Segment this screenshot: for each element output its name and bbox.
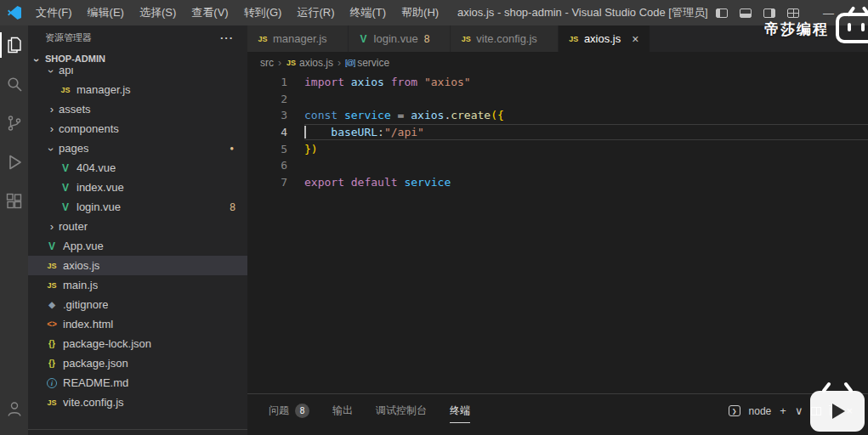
activity-extensions[interactable] <box>0 182 28 221</box>
menu-item[interactable]: 帮助(H) <box>394 0 446 25</box>
code-line-7[interactable]: 7export default service <box>247 174 868 191</box>
layout-panel-icon[interactable] <box>740 8 752 18</box>
tree-file-App.vue[interactable]: VApp.vue <box>28 236 247 256</box>
tree-file-login.vue[interactable]: Vlogin.vue8 <box>28 197 247 217</box>
tree-file-package.json[interactable]: {}package.json <box>28 353 247 373</box>
tree-item-label: README.md <box>63 376 128 389</box>
tree-file-README.md[interactable]: iREADME.md <box>28 373 247 393</box>
tree-folder-pages[interactable]: ›pages● <box>28 138 247 158</box>
tree-folder-api[interactable]: ›api <box>28 68 247 80</box>
activity-run-debug[interactable] <box>0 143 28 182</box>
menu-item[interactable]: 查看(V) <box>184 0 235 25</box>
minimize-icon[interactable]: — <box>823 7 834 20</box>
line-number[interactable]: 2 <box>247 93 287 105</box>
code-text <box>304 91 868 108</box>
breadcrumb-item-src[interactable]: src <box>260 57 274 69</box>
panel-tab-调试控制台[interactable]: 调试控制台 <box>376 404 427 423</box>
customize-layout-icon[interactable] <box>787 8 799 18</box>
code-line-1[interactable]: 1import axios from "axios" <box>247 74 868 91</box>
shell-label[interactable]: node <box>749 405 772 417</box>
tab-axios.js[interactable]: JSaxios.js× <box>559 25 650 52</box>
symbol-variable-icon: [@] <box>345 59 355 67</box>
activity-account[interactable] <box>0 389 28 428</box>
logo-eye <box>848 23 851 31</box>
code-line-3[interactable]: 3const service = axios.create({ <box>247 107 868 124</box>
bilibili-play-watermark[interactable] <box>810 391 865 432</box>
gitignore-file-icon: ◆ <box>45 300 59 309</box>
close-icon[interactable]: × <box>629 32 641 46</box>
code-token: baseURL <box>331 126 377 138</box>
tree-file-.gitignore[interactable]: ◆.gitignore <box>28 295 247 314</box>
tree-file-index.html[interactable]: <>index.html <box>28 314 247 334</box>
tree-file-main.js[interactable]: JSmain.js <box>28 275 247 295</box>
tree-file-vite.config.js[interactable]: JSvite.config.js <box>28 393 247 412</box>
code-editor[interactable]: 1import axios from "axios"23const servic… <box>247 73 868 393</box>
tab-manager.js[interactable]: JSmanager.js <box>247 25 348 52</box>
tree-item-label: main.js <box>63 279 98 291</box>
panel-tab-label: 输出 <box>332 404 353 418</box>
tab-login.vue[interactable]: Vlogin.vue8 <box>349 25 451 52</box>
tree-file-package-lock.json[interactable]: {}package-lock.json <box>28 334 247 353</box>
tree-file-404.vue[interactable]: V404.vue <box>28 158 247 178</box>
play-icon <box>832 404 845 419</box>
layout-right-icon[interactable] <box>763 8 775 18</box>
menu-item[interactable]: 选择(S) <box>132 0 184 25</box>
tree-folder-components[interactable]: ›components <box>28 119 247 138</box>
search-icon <box>5 75 24 93</box>
tree-file-index.vue[interactable]: Vindex.vue <box>28 178 247 197</box>
activity-explorer[interactable] <box>0 25 28 65</box>
new-terminal-icon[interactable]: + <box>780 404 786 417</box>
tree-item-label: index.html <box>63 318 113 330</box>
vue-file-icon: V <box>59 162 72 174</box>
layout-sidebar-icon[interactable] <box>716 8 728 18</box>
info-file-icon: i <box>45 378 59 388</box>
panel-tab-终端[interactable]: 终端 <box>450 404 470 423</box>
tree-folder-router[interactable]: ›router <box>28 217 247 236</box>
more-actions-icon[interactable]: ··· <box>220 31 234 44</box>
titlebar: 文件(F)编辑(E)选择(S)查看(V)转到(G)运行(R)终端(T)帮助(H)… <box>0 0 868 25</box>
tree-item-label: axios.js <box>63 259 99 272</box>
tree-file-manager.js[interactable]: JSmanager.js <box>28 80 247 99</box>
menu-item[interactable]: 文件(F) <box>28 0 80 25</box>
code-text: baseURL:"/api" <box>304 124 868 141</box>
tree-item-label: .gitignore <box>63 298 108 311</box>
tree-folder-assets[interactable]: ›assets <box>28 99 247 119</box>
menu-item[interactable]: 运行(R) <box>289 0 342 25</box>
panel-tab-问题[interactable]: 问题8 <box>269 404 309 423</box>
line-number[interactable]: 7 <box>247 176 287 189</box>
html-file-icon: <> <box>45 319 59 329</box>
code-line-4[interactable]: 4 baseURL:"/api" <box>247 124 868 141</box>
js-file-icon: JS <box>256 35 269 43</box>
tree-file-axios.js[interactable]: JSaxios.js <box>28 256 247 275</box>
line-number[interactable]: 4 <box>247 126 287 138</box>
tab-vite.config.js[interactable]: JSvite.config.js <box>451 25 558 52</box>
panel-tab-输出[interactable]: 输出 <box>332 404 353 423</box>
line-number[interactable]: 5 <box>247 143 287 155</box>
bilibili-logo-icon <box>836 13 868 43</box>
line-number[interactable]: 3 <box>247 109 287 121</box>
explorer-sidebar: 资源管理器 ··· › SHOP-ADMIN ›apiJSmanager.js›… <box>28 25 247 435</box>
chevron-down-icon[interactable]: ∨ <box>795 404 803 417</box>
breadcrumb-item-axios.js[interactable]: JSaxios.js <box>286 57 333 69</box>
line-number[interactable]: 6 <box>247 159 287 172</box>
vue-file-icon: V <box>59 182 72 194</box>
account-icon <box>5 399 24 418</box>
menu-item[interactable]: 转到(G) <box>236 0 290 25</box>
code-line-5[interactable]: 5}) <box>247 140 868 157</box>
line-number[interactable]: 1 <box>247 76 287 88</box>
code-line-6[interactable]: 6 <box>247 157 868 174</box>
json-file-icon: {} <box>45 359 59 368</box>
section-header-shop-admin[interactable]: › SHOP-ADMIN <box>28 49 247 68</box>
panel-tab-label: 调试控制台 <box>376 404 427 418</box>
menu-item[interactable]: 编辑(E) <box>80 0 132 25</box>
breadcrumb: src›JSaxios.js›[@]service <box>247 52 868 73</box>
breadcrumb-item-service[interactable]: [@]service <box>345 57 389 69</box>
menu-item[interactable]: 终端(T) <box>342 0 394 25</box>
tree-item-label: App.vue <box>63 240 104 252</box>
watermark-brand-text: 帝莎编程 <box>764 20 829 39</box>
activity-search[interactable] <box>0 65 28 104</box>
code-line-2[interactable]: 2 <box>247 91 868 108</box>
activity-source-control[interactable] <box>0 104 28 143</box>
code-lines: 1import axios from "axios"23const servic… <box>247 74 868 190</box>
sidebar-header: 资源管理器 ··· <box>28 25 247 49</box>
